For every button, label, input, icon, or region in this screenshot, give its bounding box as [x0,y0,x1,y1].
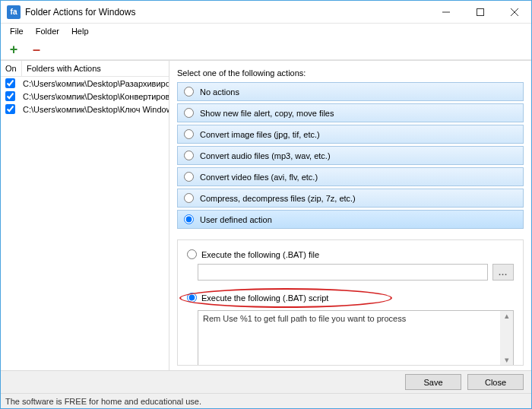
bat-script-label: Execute the following (.BAT) script [201,293,328,303]
maximize-button[interactable] [463,1,497,23]
action-radio[interactable] [184,151,194,160]
bat-script-radio[interactable] [187,293,197,303]
horizontal-scrollbar[interactable]: ◂▸ [198,365,500,366]
add-folder-button[interactable]: + [7,43,21,56]
select-action-label: Select one of the following actions: [177,65,524,82]
folder-row[interactable]: C:\Users\компик\Desktop\Конвертировть в … [1,90,169,103]
app-icon: fa [7,5,21,19]
close-dialog-button[interactable]: Close [467,374,524,390]
vertical-scrollbar[interactable]: ▴▾ [500,311,513,365]
action-label: Convert video files (avi, flv, etc.) [200,173,318,182]
action-radio[interactable] [184,193,194,203]
action-label: Convert audio files (mp3, wav, etc.) [200,151,331,160]
actions-panel: Select one of the following actions: No … [169,61,531,370]
save-button[interactable]: Save [405,374,461,390]
button-bar: Save Close [1,370,531,393]
scroll-down-icon[interactable]: ▾ [505,355,509,365]
window-title: Folder Actions for Windows [25,7,429,17]
folder-path: C:\Users\компик\Desktop\Ключ Windows [23,105,169,114]
action-option[interactable]: Compress, decompress files (zip, 7z, etc… [177,189,524,208]
action-option[interactable]: Convert image files (jpg, tif, etc.) [177,125,524,144]
folder-row[interactable]: C:\Users\компик\Desktop\Разархивировать [1,77,169,90]
action-option[interactable]: Convert audio files (mp3, wav, etc.) [177,146,524,165]
minimize-button[interactable] [429,1,463,23]
bat-script-option[interactable]: Execute the following (.BAT) script [187,293,514,303]
remove-folder-button[interactable]: – [30,43,43,56]
bat-file-option[interactable]: Execute the following (.BAT) file [187,249,514,259]
action-radio[interactable] [184,108,194,118]
scroll-corner [500,365,513,366]
column-on[interactable]: On [1,61,22,76]
folder-list-panel: On Folders with Actions C:\Users\компик\… [1,61,169,370]
menu-file[interactable]: File [4,25,30,37]
bat-file-input[interactable] [198,264,488,281]
action-radio[interactable] [184,87,194,97]
action-radio[interactable] [184,129,194,139]
action-label: No actions [200,87,239,97]
close-button[interactable] [497,1,531,23]
action-option[interactable]: Show new file alert, copy, move files [177,103,524,122]
bat-script-textarea[interactable]: Rem Use %1 to get full path to file you … [198,310,514,366]
action-radio[interactable] [184,172,194,182]
action-label: User defined action [200,215,272,224]
scroll-up-icon[interactable]: ▴ [505,311,509,321]
user-defined-subpanel: Execute the following (.BAT) file ... Ex… [177,239,524,366]
action-label: Convert image files (jpg, tif, etc.) [200,130,320,139]
status-text: The software is FREE for home and educat… [5,397,201,406]
folder-checkbox[interactable] [5,91,15,101]
toolbar: + – [1,39,531,60]
folder-path: C:\Users\компик\Desktop\Разархивировать [23,79,169,88]
folder-row[interactable]: C:\Users\компик\Desktop\Ключ Windows [1,103,169,116]
menu-folder[interactable]: Folder [30,25,65,37]
folder-checkbox[interactable] [5,104,15,114]
titlebar: fa Folder Actions for Windows [1,1,531,24]
bat-file-label: Execute the following (.BAT) file [201,250,319,259]
menubar: File Folder Help [1,24,531,39]
action-option[interactable]: Convert video files (avi, flv, etc.) [177,167,524,186]
folder-checkbox[interactable] [5,78,15,88]
script-text: Rem Use %1 to get full path to file you … [203,314,406,323]
action-label: Show new file alert, copy, move files [200,109,334,118]
action-option[interactable]: User defined action [177,210,524,229]
column-folders[interactable]: Folders with Actions [22,61,169,76]
statusbar: The software is FREE for home and educat… [1,393,531,408]
svg-rect-1 [477,8,483,15]
menu-help[interactable]: Help [65,25,95,37]
action-label: Compress, decompress files (zip, 7z, etc… [200,194,356,203]
folder-path: C:\Users\компик\Desktop\Конвертировть в … [23,92,169,101]
bat-file-radio[interactable] [187,249,197,259]
action-radio[interactable] [184,214,194,224]
action-option[interactable]: No actions [177,82,524,101]
browse-button[interactable]: ... [492,264,514,281]
